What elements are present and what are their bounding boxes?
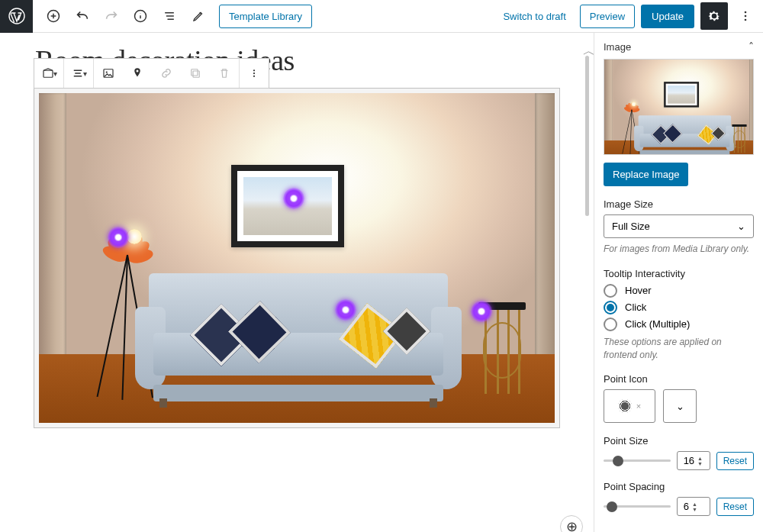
top-right-tools: Switch to draft Preview Update bbox=[495, 2, 763, 30]
point-icon-label: Point Icon bbox=[604, 373, 754, 385]
radio-label: Click (Multiple) bbox=[625, 318, 690, 330]
sofa bbox=[138, 266, 459, 406]
redo-button[interactable] bbox=[98, 3, 124, 29]
tooltip-option-click-multiple[interactable]: Click (Multiple) bbox=[604, 318, 754, 331]
image-size-value: Full Size bbox=[612, 221, 650, 232]
inspector-sidebar: Image ˄ Replace Image Image Size Full Si… bbox=[594, 33, 763, 532]
replace-image-button[interactable]: Replace Image bbox=[604, 163, 688, 186]
gear-icon bbox=[707, 8, 722, 24]
plus-icon: ⊕ bbox=[566, 518, 578, 532]
image-thumbnail[interactable] bbox=[604, 59, 754, 155]
point-spacing-input[interactable]: 6▲▼ bbox=[677, 497, 710, 516]
redo-icon bbox=[103, 8, 120, 24]
scrollbar-thumb[interactable] bbox=[585, 56, 589, 216]
tooltip-option-click[interactable]: Click bbox=[604, 301, 754, 314]
point-size-reset-button[interactable]: Reset bbox=[716, 452, 754, 470]
point-spacing-label: Point Spacing bbox=[604, 481, 754, 492]
switch-to-draft-link[interactable]: Switch to draft bbox=[495, 6, 573, 27]
hotspot-point[interactable] bbox=[108, 227, 129, 248]
outline-button[interactable] bbox=[156, 3, 182, 29]
step-down-icon[interactable]: ▼ bbox=[692, 507, 697, 512]
list-icon bbox=[162, 8, 177, 24]
undo-icon bbox=[74, 8, 91, 24]
chevron-down-icon: ⌄ bbox=[676, 401, 684, 412]
add-point-button[interactable] bbox=[123, 59, 152, 88]
top-left-tools bbox=[40, 3, 211, 29]
point-glyph-icon bbox=[618, 399, 632, 413]
point-spacing-reset-button[interactable]: Reset bbox=[716, 498, 754, 516]
image-icon bbox=[101, 66, 115, 80]
edit-image-button[interactable] bbox=[94, 59, 123, 88]
more-vertical-icon bbox=[738, 8, 753, 24]
image-hotspot-block[interactable]: ▾ ▾ bbox=[34, 88, 560, 428]
tooltip-help: These options are applied on frontend on… bbox=[604, 336, 754, 362]
radio-icon bbox=[604, 284, 617, 298]
step-down-icon[interactable]: ▼ bbox=[697, 461, 703, 466]
step-up-icon[interactable]: ▲ bbox=[697, 456, 703, 461]
wordpress-icon bbox=[8, 7, 26, 25]
trash-icon bbox=[217, 66, 231, 80]
svg-point-8 bbox=[106, 71, 108, 73]
info-icon bbox=[133, 8, 148, 24]
svg-rect-6 bbox=[43, 70, 53, 77]
undo-button[interactable] bbox=[69, 3, 95, 29]
chevron-down-icon: ⌄ bbox=[737, 221, 745, 232]
svg-point-12 bbox=[253, 73, 255, 74]
edit-button[interactable] bbox=[185, 3, 211, 29]
point-size-label: Point Size bbox=[604, 435, 754, 447]
point-spacing-slider[interactable] bbox=[604, 500, 671, 514]
wordpress-logo[interactable] bbox=[0, 0, 33, 33]
more-vertical-icon bbox=[247, 66, 261, 80]
clear-icon-button[interactable]: × bbox=[636, 401, 641, 411]
image-size-select[interactable]: Full Size ⌄ bbox=[604, 214, 754, 238]
tooltip-option-hover[interactable]: Hover bbox=[604, 284, 754, 298]
point-size-slider[interactable] bbox=[604, 454, 671, 468]
svg-point-11 bbox=[253, 69, 255, 71]
add-block-button[interactable] bbox=[40, 3, 66, 29]
radio-label: Click bbox=[625, 301, 646, 313]
block-type-button[interactable]: ▾ bbox=[34, 59, 63, 88]
duplicate-button bbox=[181, 59, 210, 88]
radio-icon bbox=[604, 318, 617, 331]
add-block-after-button[interactable]: ⊕ bbox=[560, 515, 583, 532]
preview-button[interactable]: Preview bbox=[580, 5, 635, 28]
link-icon bbox=[159, 66, 173, 80]
svg-point-5 bbox=[745, 19, 747, 21]
hotspot-point[interactable] bbox=[283, 188, 304, 209]
point-icon-dropdown[interactable]: ⌄ bbox=[663, 389, 697, 423]
chevron-down-icon: ▾ bbox=[53, 69, 57, 78]
image-size-label: Image Size bbox=[604, 198, 754, 210]
radio-icon bbox=[604, 301, 617, 314]
chevron-up-icon: ︿ bbox=[583, 44, 591, 54]
template-library-button[interactable]: Template Library bbox=[219, 5, 312, 28]
editor-canvas: ︿ Room decoration ideas ▾ ▾ bbox=[0, 33, 594, 532]
canvas-scrollbar[interactable]: ︿ bbox=[584, 44, 591, 456]
point-size-input[interactable]: 16▲▼ bbox=[677, 451, 710, 470]
svg-rect-9 bbox=[193, 71, 199, 77]
settings-button[interactable] bbox=[700, 2, 728, 30]
tooltip-interactivity-label: Tooltip Interactivity bbox=[604, 268, 754, 279]
link-button bbox=[152, 59, 181, 88]
collapse-panel-button[interactable]: ˄ bbox=[749, 40, 754, 53]
step-up-icon[interactable]: ▲ bbox=[692, 501, 697, 507]
number-value: 6 bbox=[684, 501, 689, 512]
info-button[interactable] bbox=[127, 3, 153, 29]
point-icon-preview[interactable]: × bbox=[604, 389, 655, 423]
copy-icon bbox=[188, 66, 202, 80]
delete-button bbox=[210, 59, 239, 88]
image-size-help: For images from Media Library only. bbox=[604, 243, 754, 256]
hotspot-point[interactable] bbox=[335, 299, 356, 321]
align-button[interactable]: ▾ bbox=[64, 59, 93, 88]
block-toolbar: ▾ ▾ bbox=[34, 58, 269, 89]
svg-point-3 bbox=[745, 11, 747, 14]
hotspot-image[interactable] bbox=[39, 93, 555, 423]
pin-icon bbox=[130, 66, 144, 80]
hotspot-point[interactable] bbox=[471, 301, 492, 322]
sidebar-section-title: Image bbox=[604, 41, 631, 53]
more-menu-button[interactable] bbox=[734, 2, 757, 30]
plus-circle-icon bbox=[46, 8, 61, 24]
update-button[interactable]: Update bbox=[641, 5, 694, 28]
block-more-button[interactable] bbox=[240, 59, 269, 88]
svg-point-4 bbox=[745, 15, 747, 18]
radio-label: Hover bbox=[625, 285, 652, 296]
